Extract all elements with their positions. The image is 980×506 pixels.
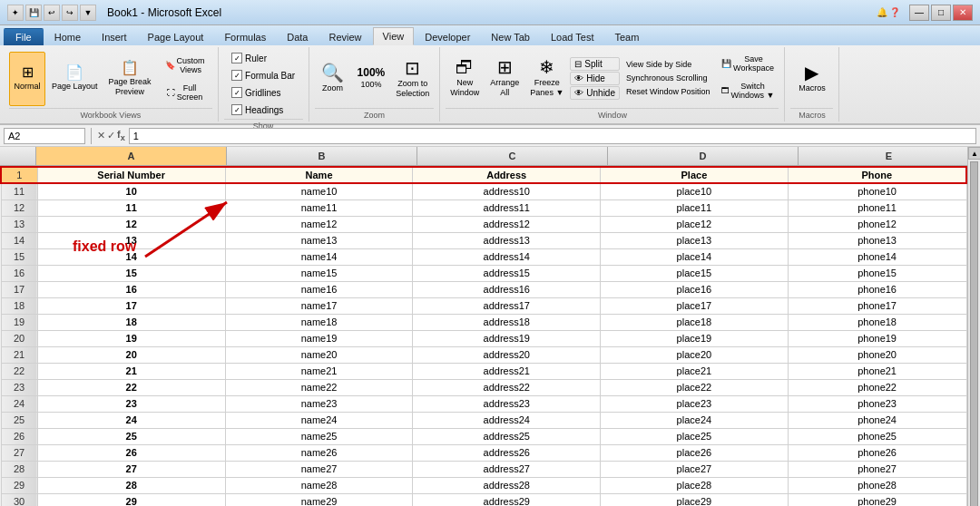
row-num-cell[interactable]: 13: [1, 216, 37, 232]
close-btn[interactable]: ✕: [953, 5, 973, 21]
table-cell[interactable]: phone21: [788, 363, 966, 379]
row-num-cell[interactable]: 28: [1, 461, 37, 477]
page-break-preview-btn[interactable]: 📋 Page BreakPreview: [104, 52, 156, 106]
table-cell[interactable]: address23: [413, 395, 601, 412]
table-cell[interactable]: 14: [37, 248, 225, 265]
table-cell[interactable]: address24: [413, 412, 601, 428]
ruler-checkbox[interactable]: ✓: [231, 53, 242, 63]
tab-developer[interactable]: Developer: [415, 28, 480, 45]
table-cell[interactable]: 23: [37, 395, 225, 412]
split-btn[interactable]: ⊟ Split: [570, 57, 620, 71]
table-cell[interactable]: address25: [413, 428, 601, 444]
vertical-scrollbar[interactable]: ▲ ▼: [967, 147, 980, 506]
table-cell[interactable]: 10: [37, 183, 225, 199]
new-window-btn[interactable]: 🗗 NewWindow: [446, 51, 484, 105]
row-num-cell[interactable]: 30: [1, 493, 37, 506]
headings-checkbox[interactable]: ✓: [231, 104, 242, 115]
table-cell[interactable]: 16: [37, 281, 225, 297]
tab-home[interactable]: Home: [44, 28, 91, 45]
table-cell[interactable]: place11: [601, 199, 789, 216]
table-cell[interactable]: place18: [601, 314, 789, 330]
header-cell-name[interactable]: Name: [225, 167, 413, 183]
row-num-cell[interactable]: 11: [1, 183, 37, 199]
row-num-cell[interactable]: 26: [1, 428, 37, 444]
table-cell[interactable]: 11: [37, 199, 225, 216]
table-cell[interactable]: phone13: [788, 232, 966, 248]
table-cell[interactable]: address12: [413, 216, 601, 232]
table-cell[interactable]: 17: [37, 297, 225, 314]
header-cell-address[interactable]: Address: [413, 167, 601, 183]
tab-page-layout[interactable]: Page Layout: [138, 28, 214, 45]
table-cell[interactable]: name29: [225, 493, 413, 506]
freeze-panes-btn[interactable]: ❄ FreezePanes ▼: [525, 51, 568, 105]
row-num-cell[interactable]: 16: [1, 265, 37, 281]
gridlines-checkbox[interactable]: ✓: [231, 87, 242, 98]
table-cell[interactable]: place23: [601, 395, 789, 412]
table-cell[interactable]: 29: [37, 493, 225, 506]
view-side-by-side-btn[interactable]: View Side by Side: [622, 58, 715, 71]
table-cell[interactable]: phone16: [788, 281, 966, 297]
formula-input[interactable]: 1: [129, 128, 976, 144]
table-cell[interactable]: phone19: [788, 330, 966, 346]
table-cell[interactable]: name22: [225, 379, 413, 395]
table-cell[interactable]: address29: [413, 493, 601, 506]
table-cell[interactable]: place27: [601, 461, 789, 477]
table-cell[interactable]: 25: [37, 428, 225, 444]
table-cell[interactable]: name23: [225, 395, 413, 412]
table-cell[interactable]: place25: [601, 428, 789, 444]
table-cell[interactable]: address10: [413, 183, 601, 199]
table-cell[interactable]: 22: [37, 379, 225, 395]
table-cell[interactable]: place12: [601, 216, 789, 232]
row-num-cell[interactable]: 17: [1, 281, 37, 297]
reset-window-btn[interactable]: Reset Window Position: [622, 85, 715, 98]
table-cell[interactable]: 21: [37, 363, 225, 379]
table-cell[interactable]: phone14: [788, 248, 966, 265]
table-cell[interactable]: address26: [413, 444, 601, 461]
formula-cancel-icon[interactable]: ✕: [97, 130, 105, 141]
table-cell[interactable]: address17: [413, 297, 601, 314]
table-cell[interactable]: 27: [37, 461, 225, 477]
minimize-btn[interactable]: —: [909, 5, 929, 21]
zoom-100-btn[interactable]: 100% 100%: [353, 52, 390, 106]
table-cell[interactable]: address14: [413, 248, 601, 265]
table-cell[interactable]: name10: [225, 183, 413, 199]
table-cell[interactable]: 15: [37, 265, 225, 281]
col-header-a[interactable]: A: [36, 147, 227, 165]
col-header-c[interactable]: C: [417, 147, 608, 165]
col-header-b[interactable]: B: [227, 147, 417, 165]
row-num-cell[interactable]: 25: [1, 412, 37, 428]
hide-btn[interactable]: 👁 Hide: [570, 72, 620, 85]
qat-dropdown[interactable]: ▼: [80, 5, 96, 21]
header-cell-phone[interactable]: Phone: [788, 167, 966, 183]
table-cell[interactable]: address13: [413, 232, 601, 248]
table-cell[interactable]: phone28: [788, 477, 966, 493]
save-qat-btn[interactable]: 💾: [25, 5, 42, 21]
col-header-d[interactable]: D: [608, 147, 799, 165]
tab-file[interactable]: File: [4, 28, 44, 45]
redo-btn[interactable]: ↪: [62, 5, 78, 21]
table-cell[interactable]: place15: [601, 265, 789, 281]
table-cell[interactable]: name14: [225, 248, 413, 265]
row-num-cell[interactable]: 22: [1, 363, 37, 379]
save-workspace-btn[interactable]: 💾 SaveWorkspace: [717, 51, 779, 76]
table-cell[interactable]: phone11: [788, 199, 966, 216]
tab-formulas[interactable]: Formulas: [214, 28, 276, 45]
zoom-btn[interactable]: 🔍 Zoom: [315, 52, 351, 106]
table-cell[interactable]: name16: [225, 281, 413, 297]
maximize-btn[interactable]: □: [931, 5, 951, 21]
table-cell[interactable]: name20: [225, 346, 413, 363]
table-cell[interactable]: name12: [225, 216, 413, 232]
tab-data[interactable]: Data: [277, 28, 318, 45]
scroll-thumb[interactable]: [970, 161, 978, 506]
table-cell[interactable]: name18: [225, 314, 413, 330]
table-cell[interactable]: address18: [413, 314, 601, 330]
table-cell[interactable]: place21: [601, 363, 789, 379]
table-cell[interactable]: address27: [413, 461, 601, 477]
gridlines-checkbox-label[interactable]: ✓ Gridlines: [227, 85, 285, 100]
scroll-up-btn[interactable]: ▲: [968, 147, 980, 160]
formula-confirm-icon[interactable]: ✓: [107, 130, 115, 141]
row-num-cell[interactable]: 21: [1, 346, 37, 363]
switch-windows-btn[interactable]: 🗔 SwitchWindows ▼: [717, 78, 779, 103]
formula-bar-checkbox-label[interactable]: ✓ Formula Bar: [227, 68, 299, 83]
table-cell[interactable]: place10: [601, 183, 789, 199]
